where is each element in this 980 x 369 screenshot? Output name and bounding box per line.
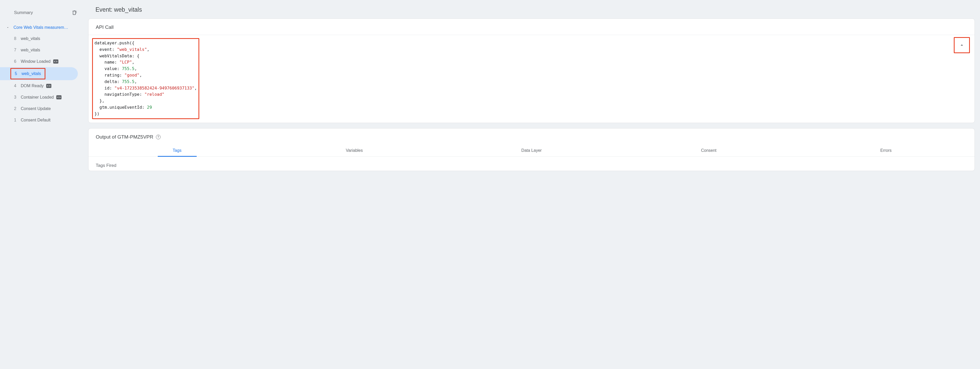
output-header-text: Output of GTM-PMZ5VPR	[96, 134, 153, 140]
tab-errors[interactable]: Errors	[797, 145, 975, 156]
chevron-up-icon	[959, 42, 965, 48]
event-label: web_vitals	[21, 36, 40, 41]
sidebar-event-2[interactable]: 2Consent Update	[0, 103, 78, 115]
code-badge-icon: < >	[46, 84, 51, 88]
sidebar-event-4[interactable]: 4DOM Ready< >	[0, 80, 78, 92]
collapse-button[interactable]	[955, 38, 969, 52]
event-label: Container Loaded	[21, 95, 54, 100]
api-call-code: dataLayer.push({ event: "web_vitals", we…	[94, 40, 197, 117]
sidebar-event-1[interactable]: 1Consent Default	[0, 115, 78, 126]
container-name: Core Web Vitals measurem…	[13, 25, 68, 30]
tags-fired-label: Tags Fired	[89, 157, 975, 171]
event-label: Consent Update	[21, 107, 51, 111]
tab-tags[interactable]: Tags	[89, 145, 266, 156]
sidebar-title: Summary	[14, 10, 33, 15]
main-panel: Event: web_vitals API Call dataLayer.pus…	[83, 0, 980, 369]
api-call-header: API Call	[89, 19, 975, 35]
sidebar-event-7[interactable]: 7web_vitals	[0, 45, 78, 56]
event-label: web_vitals	[22, 72, 41, 76]
output-card: Output of GTM-PMZ5VPR ? TagsVariablesDat…	[88, 128, 975, 171]
sidebar-header: Summary	[0, 8, 83, 22]
tab-data-layer[interactable]: Data Layer	[443, 145, 620, 156]
event-label: Window Loaded	[21, 59, 51, 64]
event-number: 4	[14, 84, 21, 88]
event-number: 3	[14, 95, 21, 100]
sidebar-event-6[interactable]: 6Window Loaded< >	[0, 56, 78, 67]
event-list: 8web_vitals7web_vitals6Window Loaded< >5…	[0, 33, 83, 126]
container-tree-header[interactable]: Core Web Vitals measurem…	[0, 22, 83, 33]
selected-event-highlight: 5web_vitals	[10, 68, 45, 80]
api-call-card: API Call dataLayer.push({ event: "web_vi…	[88, 18, 975, 123]
clear-all-icon[interactable]	[72, 10, 77, 16]
api-call-highlight: dataLayer.push({ event: "web_vitals", we…	[92, 38, 199, 119]
event-number: 7	[14, 48, 21, 52]
sidebar-event-3[interactable]: 3Container Loaded< >	[0, 92, 78, 103]
tab-consent[interactable]: Consent	[620, 145, 797, 156]
summary-sidebar: Summary Core Web Vitals measurem… 8web_v…	[0, 0, 83, 369]
code-badge-icon: < >	[56, 95, 62, 99]
output-header: Output of GTM-PMZ5VPR ?	[89, 129, 975, 145]
event-number: 5	[15, 72, 22, 76]
code-badge-icon: < >	[53, 59, 58, 64]
sidebar-event-5[interactable]: 5web_vitals	[0, 67, 78, 80]
event-number: 2	[14, 107, 21, 111]
event-label: DOM Ready	[21, 84, 44, 88]
event-title: Event: web_vitals	[95, 6, 975, 13]
sidebar-event-8[interactable]: 8web_vitals	[0, 33, 78, 45]
tab-variables[interactable]: Variables	[266, 145, 443, 156]
event-number: 1	[14, 118, 21, 122]
api-call-body: dataLayer.push({ event: "web_vitals", we…	[89, 35, 975, 123]
output-tabs: TagsVariablesData LayerConsentErrors	[89, 145, 975, 157]
event-label: web_vitals	[21, 48, 40, 52]
event-number: 8	[14, 36, 21, 41]
help-icon[interactable]: ?	[156, 135, 161, 139]
chevron-down-icon	[6, 25, 10, 30]
event-number: 6	[14, 59, 21, 64]
event-label: Consent Default	[21, 118, 51, 122]
